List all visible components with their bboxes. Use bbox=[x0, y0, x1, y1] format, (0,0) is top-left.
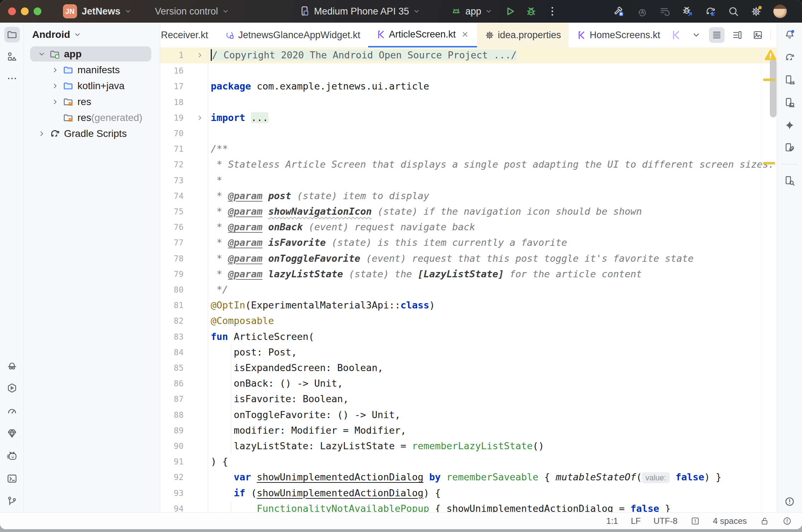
code-line-86[interactable]: 86 onBack: () -> Unit, bbox=[160, 376, 777, 391]
chevron-down-icon[interactable] bbox=[688, 27, 704, 43]
project-folder-icon[interactable] bbox=[4, 27, 20, 42]
code-line-80[interactable]: 80 */ bbox=[160, 282, 777, 297]
editor-tab-idea.properties[interactable]: idea.properties bbox=[477, 23, 569, 47]
user-avatar[interactable] bbox=[773, 5, 787, 18]
warning-stripe-mark[interactable] bbox=[763, 79, 775, 81]
code-line-76[interactable]: 76 * @param onBack (event) request navig… bbox=[160, 219, 777, 235]
git-icon[interactable] bbox=[4, 493, 20, 509]
code-line-70[interactable]: 70 bbox=[160, 126, 777, 141]
window-minimize-button[interactable] bbox=[21, 7, 29, 15]
profiler-icon[interactable] bbox=[4, 403, 20, 418]
device-pairing-icon[interactable] bbox=[782, 140, 797, 156]
code-line-79[interactable]: 79 * @param lazyListState (state) the [L… bbox=[160, 266, 777, 282]
problems-icon[interactable] bbox=[782, 494, 797, 509]
code-line-74[interactable]: 74 * @param post (state) item to display bbox=[160, 188, 777, 204]
unlock-icon[interactable] bbox=[760, 516, 769, 526]
line-separator-widget[interactable]: LF bbox=[631, 516, 641, 526]
code-line-18[interactable]: 18 bbox=[160, 94, 777, 110]
run-configuration-selector[interactable]: app bbox=[450, 0, 493, 23]
tree-item-res-generated[interactable]: res (generated) bbox=[24, 110, 160, 126]
editor-tab-ArticleScreen.kt[interactable]: ArticleScreen.kt bbox=[368, 23, 477, 47]
gemini-sparkle-icon[interactable] bbox=[782, 117, 797, 133]
preview-icon[interactable] bbox=[750, 27, 766, 43]
code-line-93[interactable]: 93 if (showUnimplementedActionDialog) { bbox=[160, 485, 777, 501]
code-line-83[interactable]: 83fun ArticleScreen( bbox=[160, 329, 777, 345]
build-hammer-icon[interactable] bbox=[612, 5, 624, 17]
code-line-94[interactable]: 94 FunctionalityNotAvailablePopup { show… bbox=[160, 501, 777, 512]
kotlin-file-icon-faded[interactable] bbox=[668, 27, 684, 43]
tree-item-app[interactable]: app bbox=[24, 46, 160, 62]
tree-chevron-icon[interactable] bbox=[51, 65, 60, 75]
tree-chevron-icon[interactable] bbox=[37, 129, 46, 138]
code-line-71[interactable]: 71/** bbox=[160, 141, 777, 157]
inspections-icon[interactable] bbox=[690, 516, 700, 526]
version-control-menu[interactable]: Version control bbox=[155, 0, 230, 23]
tree-item-Gradle Scripts[interactable]: Gradle Scripts bbox=[24, 126, 160, 141]
indent-widget[interactable]: 4 spaces bbox=[713, 516, 747, 526]
editor-tab-JetnewsGlanceAppWidget.kt[interactable]: JetnewsGlanceAppWidget.kt bbox=[217, 23, 368, 47]
resource-manager-icon[interactable] bbox=[4, 49, 20, 64]
code-line-82[interactable]: 82@Composable bbox=[160, 313, 777, 329]
code-line-1[interactable]: 1›/ Copyright 2020 The Android Open Sour… bbox=[160, 47, 777, 63]
editor-tab-Receiver.kt[interactable]: Receiver.kt bbox=[160, 23, 217, 47]
tree-item-manifests[interactable]: manifests bbox=[24, 62, 160, 78]
notifications-bell-icon[interactable] bbox=[782, 27, 797, 42]
tree-chevron-icon[interactable] bbox=[51, 97, 60, 106]
caret-position-widget[interactable]: 1:1 bbox=[606, 516, 618, 526]
apply-changes-icon[interactable] bbox=[635, 5, 647, 17]
code-line-91[interactable]: 91) { bbox=[160, 454, 777, 469]
code-line-92[interactable]: 92 var showUnimplementedActionDialog by … bbox=[160, 469, 777, 485]
code-line-16[interactable]: 16 bbox=[160, 63, 777, 79]
hexagon-play-icon[interactable] bbox=[4, 380, 20, 396]
code-line-17[interactable]: 17package com.example.jetnews.ui.article bbox=[160, 79, 777, 94]
fold-arrow-icon[interactable]: › bbox=[197, 47, 206, 62]
window-close-button[interactable] bbox=[8, 7, 16, 15]
editor-scrollbar-thumb[interactable] bbox=[770, 59, 777, 117]
window-maximize-button[interactable] bbox=[34, 7, 41, 15]
app-inspection-icon[interactable] bbox=[4, 426, 20, 441]
gradle-icon[interactable] bbox=[782, 50, 797, 65]
code-line-73[interactable]: 73 * bbox=[160, 173, 777, 188]
tree-chevron-icon[interactable] bbox=[51, 81, 60, 91]
tree-chevron-icon[interactable] bbox=[37, 50, 46, 59]
search-everywhere-icon[interactable] bbox=[727, 5, 739, 17]
code-line-84[interactable]: 84 post: Post, bbox=[160, 345, 777, 360]
attach-debugger-icon[interactable] bbox=[681, 5, 693, 17]
code-line-90[interactable]: 90 lazyListState: LazyListState = rememb… bbox=[160, 438, 777, 454]
code-editor[interactable]: 1›/ Copyright 2020 The Android Open Sour… bbox=[160, 47, 777, 512]
tree-item-res[interactable]: res bbox=[24, 94, 160, 110]
structure-split-icon[interactable] bbox=[730, 27, 745, 43]
warning-stripe-mark[interactable] bbox=[763, 162, 775, 164]
debug-icon[interactable] bbox=[525, 5, 537, 17]
running-devices-icon[interactable] bbox=[782, 72, 797, 88]
logcat-icon[interactable] bbox=[4, 448, 20, 464]
code-line-72[interactable]: 72 * Stateless Article Screen that displ… bbox=[160, 157, 777, 172]
code-line-75[interactable]: 75 * @param showNavigationIcon (state) i… bbox=[160, 204, 777, 219]
app-quality-insights-icon[interactable] bbox=[4, 358, 20, 373]
project-view-mode-selector[interactable]: Android bbox=[32, 29, 85, 40]
encoding-widget[interactable]: UTF-8 bbox=[653, 516, 678, 526]
tree-item-kotlin+java[interactable]: kotlin+java bbox=[24, 78, 160, 94]
error-circle-icon[interactable] bbox=[782, 516, 792, 526]
more-tool-windows-icon[interactable] bbox=[4, 71, 20, 86]
device-manager-icon[interactable] bbox=[782, 95, 797, 110]
gradle-sync-icon[interactable] bbox=[704, 5, 716, 17]
code-line-19[interactable]: 19›import ... bbox=[160, 110, 777, 126]
inspections-warning-icon[interactable] bbox=[764, 48, 777, 62]
device-explorer-icon[interactable] bbox=[782, 173, 797, 189]
project-menu[interactable]: JetNews bbox=[82, 0, 132, 23]
code-line-87[interactable]: 87 isFavorite: Boolean, bbox=[160, 391, 777, 407]
code-line-88[interactable]: 88 onToggleFavorite: () -> Unit, bbox=[160, 407, 777, 423]
device-selector[interactable]: Medium Phone API 35 bbox=[299, 0, 421, 23]
reader-mode-icon[interactable] bbox=[709, 27, 725, 43]
code-line-89[interactable]: 89 modifier: Modifier = Modifier, bbox=[160, 423, 777, 438]
settings-icon[interactable] bbox=[750, 5, 762, 17]
code-line-85[interactable]: 85 isExpandedScreen: Boolean, bbox=[160, 360, 777, 376]
close-tab-icon[interactable] bbox=[461, 30, 469, 39]
code-line-77[interactable]: 77 * @param isFavorite (state) is this i… bbox=[160, 235, 777, 250]
event-log-icon[interactable] bbox=[658, 5, 670, 17]
code-line-78[interactable]: 78 * @param onToggleFavorite (event) req… bbox=[160, 251, 777, 266]
run-icon[interactable] bbox=[504, 5, 516, 17]
fold-arrow-icon[interactable]: › bbox=[197, 110, 206, 125]
more-actions-icon[interactable] bbox=[546, 5, 558, 17]
